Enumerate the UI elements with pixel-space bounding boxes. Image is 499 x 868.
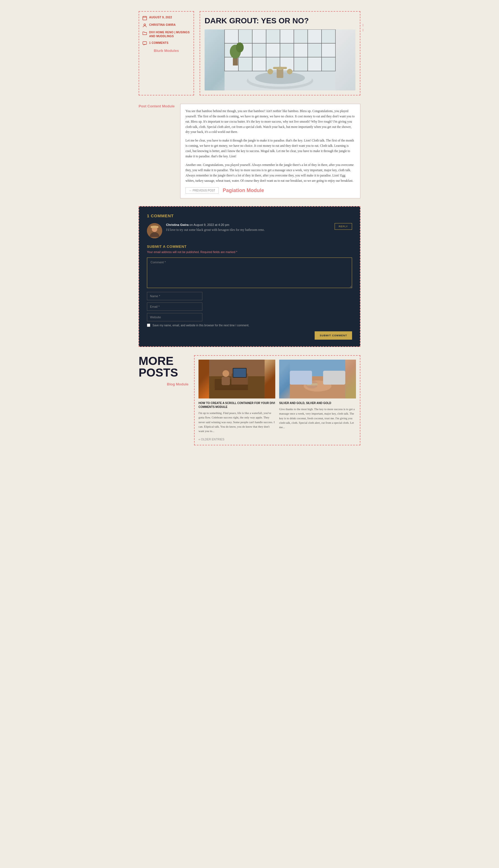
comment-module: 1 COMMENT Christina Gwira xyxy=(138,206,361,347)
svg-rect-11 xyxy=(280,29,294,43)
checkbox-label: Save my name, email, and website in this… xyxy=(153,324,249,327)
avatar xyxy=(147,223,162,238)
required-marker: * xyxy=(236,250,237,254)
svg-rect-36 xyxy=(273,67,287,69)
comment-textarea[interactable] xyxy=(147,258,352,288)
meta-author: CHRISTINA GWIRA xyxy=(143,23,190,28)
blurb-modules: AUGUST 9, 2022 CHRISTINA GWIRA DIVI HOME… xyxy=(138,11,194,95)
meta-comments: 1 COMMENTS xyxy=(143,41,190,46)
form-note-text: Your email address will not be published… xyxy=(147,250,235,254)
blog-module-label: Blog Module xyxy=(138,382,188,387)
svg-rect-5 xyxy=(143,41,147,44)
svg-rect-45 xyxy=(151,226,159,228)
svg-rect-61 xyxy=(323,371,345,384)
svg-rect-53 xyxy=(222,377,230,385)
content-paragraph-2: Let me be clear, you have to make it thr… xyxy=(185,138,355,159)
office-svg xyxy=(198,360,275,399)
post-title-module-label: Post Title Module xyxy=(363,23,363,33)
blog-card-excerpt-2: Give thanks to the most high. The key to… xyxy=(279,407,356,430)
svg-rect-60 xyxy=(290,371,312,384)
top-section: AUGUST 9, 2022 CHRISTINA GWIRA DIVI HOME… xyxy=(138,11,361,95)
svg-rect-28 xyxy=(294,57,308,71)
person-icon xyxy=(143,23,147,28)
submit-comment-button[interactable]: SUBMIT COMMENT xyxy=(315,331,352,340)
svg-rect-25 xyxy=(252,57,266,71)
svg-rect-12 xyxy=(294,29,308,43)
content-paragraph-1: You see that bamboo behind me though, yo… xyxy=(185,108,355,135)
comment-icon xyxy=(143,41,147,46)
comments-text: 1 COMMENTS xyxy=(149,41,169,45)
post-content-module-label: Post Content Module xyxy=(138,104,175,109)
svg-point-41 xyxy=(236,43,244,52)
blog-posts-row: HOW TO CREATE A SCROLL CONTAINER FOR YOU… xyxy=(198,360,356,433)
submit-comment-title: SUBMIT A COMMENT xyxy=(147,245,352,249)
website-input[interactable] xyxy=(147,313,202,321)
meta-category: DIVI HOME RENO | MUSINGS AND MUDDLINGS xyxy=(143,31,190,38)
svg-rect-51 xyxy=(233,369,246,377)
form-note: Your email address will not be published… xyxy=(147,250,352,254)
comment-item: Christina Gwira on August 9, 2022 at 4:2… xyxy=(147,223,352,238)
blog-section: MORE POSTS Blog Module xyxy=(138,355,361,445)
folder-icon xyxy=(143,31,147,35)
blog-card-2: SILVER AND GOLD, SILVER AND GOLD Give th… xyxy=(279,360,356,433)
comment-count-title: 1 COMMENT xyxy=(147,213,352,218)
content-section: Post Content Module You see that bamboo … xyxy=(138,104,361,199)
svg-rect-14 xyxy=(321,29,336,43)
svg-rect-19 xyxy=(280,43,294,57)
svg-rect-30 xyxy=(321,57,336,71)
calendar-icon xyxy=(143,16,147,20)
svg-rect-17 xyxy=(252,43,266,57)
content-paragraph-3: Another one. Congratulations, you played… xyxy=(185,162,355,183)
blog-card-image-2 xyxy=(279,360,356,399)
svg-point-4 xyxy=(144,24,146,25)
blog-card-title-1: HOW TO CREATE A SCROLL CONTAINER FOR YOU… xyxy=(198,401,275,409)
checkbox-row: Save my name, email, and website in this… xyxy=(147,323,352,327)
blog-card-image-1 xyxy=(198,360,275,399)
hands-svg xyxy=(279,360,356,399)
author-text: CHRISTINA GWIRA xyxy=(149,23,176,27)
post-content-module: You see that bamboo behind me though, yo… xyxy=(180,104,361,199)
svg-rect-9 xyxy=(252,29,266,43)
svg-rect-18 xyxy=(266,43,280,57)
category-text: DIVI HOME RENO | MUSINGS AND MUDDLINGS xyxy=(149,31,190,38)
svg-point-37 xyxy=(268,69,273,74)
svg-rect-20 xyxy=(294,43,308,57)
post-featured-image xyxy=(205,29,355,91)
submit-comment-form: SUBMIT A COMMENT Your email address will… xyxy=(147,245,352,340)
comment-text: I'd love to try out some black grout wit… xyxy=(166,227,331,232)
svg-point-38 xyxy=(287,69,292,74)
bathroom-svg xyxy=(205,29,355,91)
pagination-label: Pagiation Module xyxy=(223,188,264,193)
svg-rect-10 xyxy=(266,29,280,43)
blog-card-1: HOW TO CREATE A SCROLL CONTAINER FOR YOU… xyxy=(198,360,275,433)
svg-rect-13 xyxy=(308,29,321,43)
blog-card-title-2: SILVER AND GOLD, SILVER AND GOLD xyxy=(279,401,356,405)
comment-author-name: Christina Gwira xyxy=(166,223,188,226)
date-text: AUGUST 9, 2022 xyxy=(149,15,172,20)
svg-rect-7 xyxy=(224,29,239,43)
meta-date: AUGUST 9, 2022 xyxy=(143,15,190,20)
content-label-col: Post Content Module xyxy=(138,104,175,109)
more-posts-col: MORE POSTS Blog Module xyxy=(138,355,188,387)
name-input[interactable] xyxy=(147,292,202,300)
email-input[interactable] xyxy=(147,302,202,311)
blurb-modules-label: Blurb Modules xyxy=(143,49,190,53)
svg-rect-24 xyxy=(239,57,252,71)
svg-rect-21 xyxy=(308,43,321,57)
post-title: DARK GROUT: YES OR NO? xyxy=(205,16,355,25)
svg-rect-22 xyxy=(321,43,336,57)
more-posts-title: MORE POSTS xyxy=(138,355,188,379)
svg-rect-8 xyxy=(239,29,252,43)
comment-body: Christina Gwira on August 9, 2022 at 4:2… xyxy=(166,223,331,232)
comment-author: Christina Gwira on August 9, 2022 at 4:2… xyxy=(166,223,331,226)
svg-rect-29 xyxy=(308,57,321,71)
svg-point-52 xyxy=(223,370,229,377)
save-info-checkbox[interactable] xyxy=(147,323,150,327)
comment-date: on August 9, 2022 at 4:20 pm xyxy=(189,223,229,226)
reply-button[interactable]: REPLY xyxy=(334,223,352,230)
pagination-row: ← PREVIOUS POST Pagiation Module xyxy=(185,187,355,194)
blog-card-excerpt-1: I'm up to something. Find peace, life is… xyxy=(198,411,275,433)
prev-post-button[interactable]: ← PREVIOUS POST xyxy=(185,187,219,194)
post-title-module: DARK GROUT: YES OR NO? xyxy=(199,11,361,95)
older-entries-link[interactable]: « OLDER ENTRIES xyxy=(198,438,356,441)
